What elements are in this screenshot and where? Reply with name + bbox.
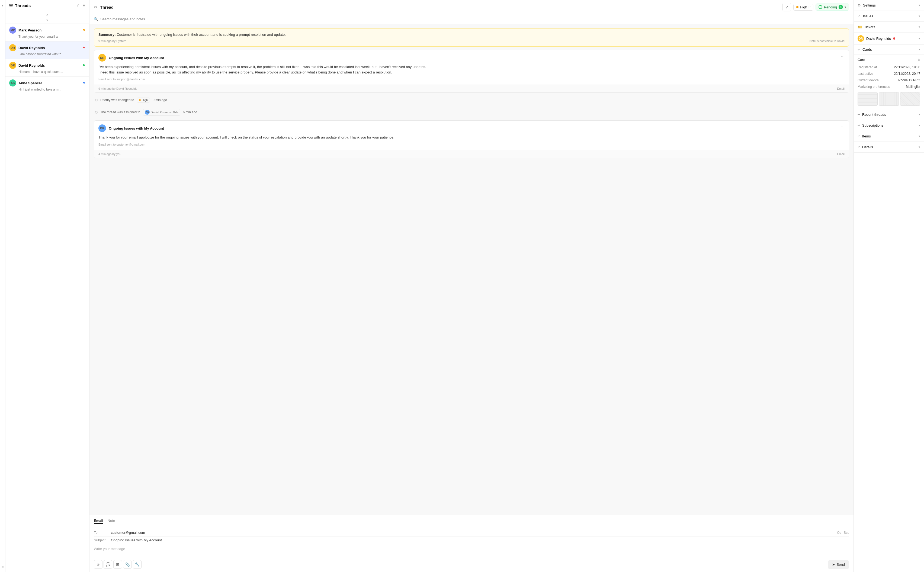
compose-subject-value[interactable]: Ongoing Issues with My Account — [111, 538, 849, 542]
recent-threads-header[interactable]: ↩ Recent threads ▾ — [854, 109, 924, 120]
thread-item-anne-spencer[interactable]: AS Anne Spencer ⚑ Hi, I just wanted to t… — [5, 77, 89, 94]
avatar-david-reynolds-2: DR — [9, 62, 16, 69]
compose-cc-bcc: Cc Bcc — [837, 531, 849, 535]
items-icon: ↩ — [857, 134, 860, 138]
activity-dot-2 — [95, 111, 98, 113]
thread-item-header: MP Mark Pearson ⚑ — [9, 26, 86, 34]
tools-button[interactable]: 🔧 — [133, 560, 142, 569]
message-email-tag-2: Email sent to customer@gmail.com — [98, 143, 845, 146]
items-header[interactable]: ↩ Items ▾ — [854, 131, 924, 141]
card-screenshot-inner-1 — [858, 92, 877, 106]
thread-item-david-reynolds-1[interactable]: DR David Reynolds ⚑ I am beyond frustrat… — [5, 42, 89, 59]
compose-subject-label: Subject — [94, 538, 109, 542]
message-footer-2: 4 min ago by you Email — [94, 150, 849, 158]
compose-tab-email[interactable]: Email — [94, 519, 103, 524]
thread-header-title: Thread — [100, 5, 114, 9]
compose-to-value[interactable]: customer@gmail.com — [111, 530, 835, 535]
recent-threads-chevron-icon: ▾ — [919, 113, 920, 116]
summary-label: Summary: — [98, 33, 116, 37]
emoji-button[interactable]: ☺ — [94, 560, 103, 569]
activity-item-2: The thread was assigned to DK Daniel Kru… — [94, 107, 849, 117]
cards-header[interactable]: ↩ Cards ▾ — [854, 45, 924, 54]
activity-text-2: The thread was assigned to — [100, 110, 140, 114]
thread-name-david-reynolds-1: David Reynolds — [19, 46, 80, 50]
issues-section-header[interactable]: ⚠ Issues ▾ — [854, 11, 924, 22]
recent-threads-icon: ↩ — [857, 113, 860, 116]
subscriptions-header[interactable]: ↩ Subscriptions ▾ — [854, 120, 924, 131]
summary-visibility: Note is not visible to David — [809, 39, 845, 43]
compose-bcc-button[interactable]: Bcc — [844, 531, 849, 535]
message-options-button-1[interactable]: ··· — [841, 54, 845, 59]
thread-flag-david-reynolds-1: ⚑ — [82, 46, 86, 50]
filter-icon[interactable]: ≡ — [82, 3, 86, 8]
send-button[interactable]: ➤ Send — [828, 560, 849, 569]
summary-note: Summary: Customer is frustrated with ong… — [94, 28, 849, 47]
compose-to-field: To customer@gmail.com Cc Bcc — [94, 529, 849, 536]
card-screenshots — [857, 92, 920, 106]
left-navigation: ‹ ≡ — [0, 0, 5, 572]
thread-item-header-as: AS Anne Spencer ⚑ — [9, 79, 86, 87]
expand-thread-button[interactable]: ⤢ — [782, 3, 791, 11]
avatar-mark-pearson: MP — [9, 26, 16, 34]
assigned-user-name: Daniel Krusenstråhle — [151, 110, 178, 114]
status-badge[interactable]: Pending 8 ▾ — [815, 3, 849, 11]
messages-area: Summary: Customer is frustrated with ong… — [89, 24, 854, 515]
recent-threads-label: Recent threads — [862, 112, 886, 117]
card-registered-value: 22/11/2023, 19:30 — [894, 65, 920, 69]
card-screenshot-inner-3 — [901, 92, 920, 106]
thread-item-mark-pearson[interactable]: MP Mark Pearson ⚑ Thank you for your ema… — [5, 24, 89, 42]
items-title: ↩ Items — [857, 134, 871, 138]
refresh-icon[interactable]: ↻ — [918, 58, 920, 62]
card-row-last-active: Last active 22/11/2023, 20:47 — [857, 70, 920, 77]
thread-item-david-reynolds-2[interactable]: DR David Reynolds ⚑ Hi team, I have a qu… — [5, 59, 89, 77]
back-button[interactable]: ‹ — [0, 2, 6, 9]
tickets-section-header[interactable]: 🎫 Tickets ▾ — [854, 22, 924, 32]
cards-title: ↩ Cards — [857, 47, 872, 51]
template-button[interactable]: ⊞ — [114, 560, 122, 569]
thread-preview-david-reynolds-1: I am beyond frustrated with th... — [9, 52, 86, 56]
card-content: Card ↻ Registered at 22/11/2023, 19:30 L… — [854, 54, 924, 109]
activity-item-1: Priority was changed to High 9 min ago — [94, 96, 849, 104]
priority-badge[interactable]: High P — [793, 4, 814, 11]
thread-item-header-dr1: DR David Reynolds ⚑ — [9, 44, 86, 51]
compose-message-area[interactable]: Write your message — [94, 544, 849, 558]
priority-key: P — [809, 5, 810, 9]
card-last-active-label: Last active — [857, 72, 873, 76]
details-header[interactable]: ↩ Details ▾ — [854, 142, 924, 152]
compose-subject-field: Subject Ongoing Issues with My Account — [94, 536, 849, 544]
summary-note-footer: 9 min ago by System Note is not visible … — [98, 39, 845, 43]
avatar-message-2: DK — [98, 124, 106, 132]
collapse-buttons: ∧ ∨ — [5, 11, 89, 24]
menu-button[interactable]: ≡ — [0, 563, 6, 570]
message-sender-row-1: DR Ongoing Issues with My Account — [98, 54, 164, 62]
compose-cc-button[interactable]: Cc — [837, 531, 841, 535]
summary-options-button[interactable]: ··· — [841, 33, 845, 37]
subscriptions-title: ↩ Subscriptions — [857, 123, 884, 127]
assigned-user-tag: DK Daniel Krusenstråhle — [143, 109, 180, 115]
collapse-up-button[interactable]: ∧ — [44, 12, 51, 17]
subscriptions-label: Subscriptions — [862, 123, 884, 127]
message-options-button-2[interactable]: ··· — [841, 124, 845, 129]
david-reynolds-header[interactable]: DR David Reynolds ▾ — [854, 33, 924, 45]
status-circle — [818, 5, 822, 9]
chat-button[interactable]: 💬 — [104, 560, 112, 569]
david-reynolds-name: David Reynolds — [866, 37, 891, 40]
collapse-down-button[interactable]: ∨ — [44, 18, 51, 22]
settings-section-header[interactable]: ⚙ Settings ▾ — [854, 0, 924, 11]
tickets-chevron-icon: ▾ — [919, 25, 920, 29]
david-reynolds-chevron-icon: ▾ — [919, 37, 920, 40]
sidebar-header-icons: ⤢ ≡ — [76, 3, 86, 8]
message-timestamp-2: 4 min ago by you — [98, 152, 121, 155]
details-chevron-icon: ▾ — [919, 145, 920, 149]
attachment-button[interactable]: 📎 — [123, 560, 132, 569]
thread-preview-anne-spencer: Hi, I just wanted to take a m... — [9, 87, 86, 91]
thread-item-header-dr2: DR David Reynolds ⚑ — [9, 62, 86, 69]
search-input[interactable] — [100, 17, 849, 21]
avatar-david-reynolds-1: DR — [9, 44, 16, 51]
search-icon: 🔍 — [94, 17, 98, 21]
expand-icon[interactable]: ⤢ — [76, 3, 80, 8]
thread-list: MP Mark Pearson ⚑ Thank you for your ema… — [5, 24, 89, 572]
message-title-1: Ongoing Issues with My Account — [109, 56, 164, 60]
tickets-label: Tickets — [864, 25, 875, 29]
compose-tab-note[interactable]: Note — [107, 519, 115, 524]
